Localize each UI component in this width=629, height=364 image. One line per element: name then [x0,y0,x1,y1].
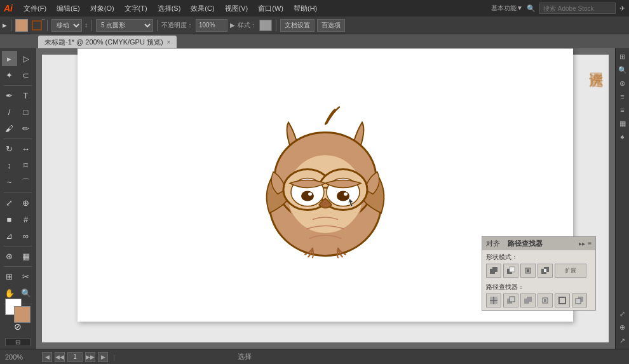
toolbar-separator-4 [157,20,158,31]
rect-tool[interactable]: □ [18,104,34,119]
pathfinder-panel: 对齐 路径查找器 ▸▸ ≡ 形状模式： [482,236,596,311]
free-transform-tool[interactable]: ⤢ [2,195,17,210]
slice-tool[interactable]: ✂ [18,269,34,285]
panel-menu-btn[interactable]: ≡ [588,240,592,247]
opacity-input[interactable] [196,19,227,32]
scale-tool[interactable]: ↕ [2,158,17,173]
svg-rect-21 [544,269,546,272]
pen-tool[interactable]: ✒ [2,88,17,103]
doc-settings-btn[interactable]: 文档设置 [280,19,314,32]
next-page-btn[interactable]: ▶▶ [85,352,95,362]
page-input[interactable] [67,352,83,362]
shape-builder-tool[interactable]: ⊕ [18,195,34,210]
svg-point-10 [344,192,348,196]
menu-window[interactable]: 窗口(W) [254,3,288,15]
menu-edit[interactable]: 编辑(E) [52,3,85,15]
fill-color-swatch[interactable] [15,19,28,32]
shear-tool[interactable]: ⌑ [18,158,34,173]
right-panel-btn-9[interactable]: ⊕ [617,321,628,333]
trim-btn[interactable] [503,293,518,307]
crop-btn[interactable] [538,293,553,307]
status-center-label: 选择 [120,352,370,361]
stroke-arrow: ↔ [41,17,46,22]
stroke-color-area: ↔ [30,19,43,32]
tool-row-1: ▸ ▷ [2,51,34,66]
right-panel-btn-7[interactable]: ♠ [617,131,628,142]
toolbar: ▸ ↔ 移动 ↕ 5 点圆形 不透明度： ▶ 样式： 文档设置 百选项 [0,17,629,34]
panel-expand-btn[interactable]: ▸▸ [579,240,585,247]
intersect-btn[interactable] [520,264,536,278]
menu-view[interactable]: 视图(V) [220,3,253,15]
tab-close-btn[interactable]: × [167,39,171,46]
right-panel-btn-4[interactable]: ≡ [617,91,628,102]
tool-row-4: / □ [2,104,34,119]
foreground-color-swatch[interactable] [14,306,30,323]
zoom-level: 200% [5,353,37,361]
line-tool[interactable]: / [2,104,17,119]
last-page-btn[interactable]: ▶ [98,352,108,362]
screen-mode-btn[interactable]: ⊟ [5,338,30,346]
type-tool[interactable]: T [18,88,34,103]
menu-object[interactable]: 对象(O) [86,3,119,15]
canvas-area[interactable]: 对齐 路径查找器 ▸▸ ≡ 形状模式： [36,48,615,349]
move-dropdown[interactable]: 移动 [51,19,82,32]
svg-rect-15 [510,267,515,272]
paintbrush-tool[interactable]: 🖌 [2,121,17,136]
exclude-btn[interactable] [538,264,553,278]
selection-tool[interactable]: ▸ [2,51,17,66]
magic-wand-tool[interactable]: ✦ [2,67,17,83]
prev-page-btn[interactable]: ◀ [42,352,52,362]
menu-select[interactable]: 选择(S) [153,3,186,15]
expand-shape-btn[interactable]: 扩展 [555,264,586,278]
width-tool[interactable]: ~ [2,175,17,190]
eyedropper-tool[interactable]: ⊿ [2,228,17,243]
reflect-tool[interactable]: ↔ [18,142,34,157]
artboard-tool[interactable]: ⊞ [2,269,17,285]
pencil-tool[interactable]: ✏ [18,121,34,136]
divide-btn[interactable] [486,293,501,307]
menu-type[interactable]: 文字(T) [120,3,152,15]
menu-help[interactable]: 帮助(H) [289,3,321,15]
shape-dropdown[interactable]: 5 点圆形 [96,19,153,32]
right-panel-btn-8[interactable]: ⤢ [617,308,628,320]
first-page-btn[interactable]: ◀◀ [55,352,65,362]
warp-tool[interactable]: ⌒ [18,175,34,190]
merge-btn[interactable] [520,293,536,307]
shape-modes-label: 形状模式： [486,253,592,262]
menu-file[interactable]: 文件(F) [19,3,51,15]
symbol-tool[interactable]: ⊛ [2,248,17,264]
blend-tool[interactable]: ∞ [18,228,34,243]
options-btn[interactable]: 百选项 [317,19,345,32]
search-input[interactable] [539,3,616,14]
lasso-tool[interactable]: ⊂ [18,67,34,83]
menu-effect[interactable]: 效果(C) [186,3,219,15]
tool-row-6: ↻ ↔ [2,142,34,157]
style-swatch[interactable] [259,20,272,31]
minus-back-btn[interactable] [572,293,587,307]
right-panel-btn-1[interactable]: ⊞ [617,51,628,62]
toolbar-separator-2 [47,20,48,31]
right-panel-btn-2[interactable]: 🔍 [617,64,628,76]
svg-point-8 [337,191,349,201]
mesh-tool[interactable]: # [18,212,34,227]
right-panel-btn-3[interactable]: ⊛ [617,78,628,89]
svg-rect-26 [510,297,515,302]
move-arrows: ↕ [85,22,88,29]
direct-selection-tool[interactable]: ▷ [18,51,34,66]
tool-row-11: ⊿ ∞ [2,228,34,243]
right-panel-btn-10[interactable]: ↗ [617,335,628,346]
toolbar-separator-3 [91,20,92,31]
unite-btn[interactable] [486,264,501,278]
minus-front-btn[interactable] [503,264,518,278]
right-panel-btn-6[interactable]: ▦ [617,118,628,129]
tool-row-10: ■ # [2,212,34,227]
graph-tool[interactable]: ▦ [18,248,34,264]
align-tab[interactable]: 对齐 [486,239,500,248]
right-panel-btn-5[interactable]: ≡ [617,104,628,116]
opacity-arrow: ▶ [230,22,235,29]
pathfinder-tab[interactable]: 路径查找器 [508,239,543,248]
outline-btn[interactable] [555,293,570,307]
rotate-tool[interactable]: ↻ [2,142,17,157]
document-tab[interactable]: 未标题-1* @ 200% (CMYK/GPU 预览) × [38,36,177,48]
gradient-tool[interactable]: ■ [2,212,17,227]
